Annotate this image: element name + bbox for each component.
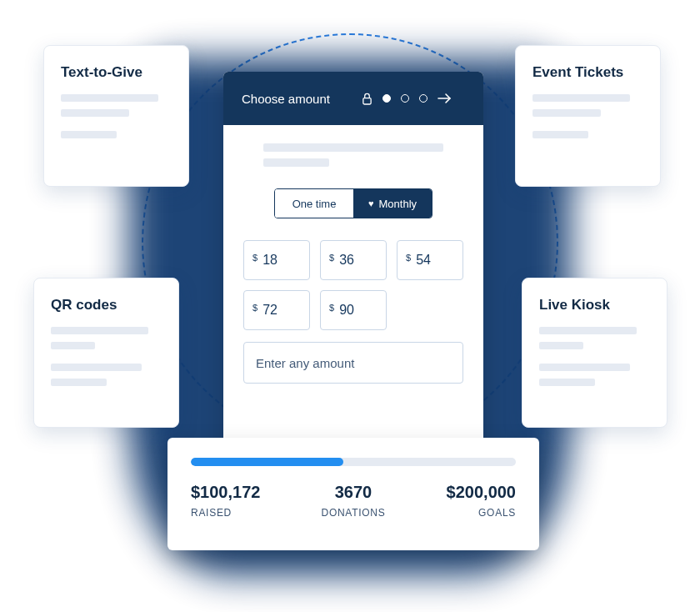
placeholder-line	[539, 327, 637, 334]
placeholder-line	[532, 131, 588, 138]
step-dot-3	[419, 94, 428, 103]
placeholder-line	[263, 143, 443, 152]
amount-value: 36	[339, 253, 354, 268]
amount-option[interactable]: $ 90	[320, 290, 387, 330]
stat-label: GOALS	[447, 507, 516, 519]
amount-value: 90	[339, 303, 354, 318]
placeholder-line	[263, 158, 329, 167]
stat-label: DONATIONS	[322, 507, 386, 519]
feature-card-text-to-give[interactable]: Text-to-Give	[43, 45, 189, 187]
feature-card-title: Live Kiosk	[539, 297, 650, 314]
donation-form-header: Choose amount	[223, 72, 483, 125]
stat-value: $100,172	[191, 483, 260, 502]
amount-option[interactable]: $ 54	[397, 240, 463, 280]
stat-label: RAISED	[191, 507, 260, 519]
stat-goals: $200,000 GOALS	[447, 483, 516, 519]
currency-symbol: $	[252, 253, 258, 263]
arrow-right-icon[interactable]	[438, 93, 452, 104]
frequency-toggle: One time ♥ Monthly	[274, 188, 432, 218]
placeholder-line	[532, 109, 601, 117]
frequency-label: Monthly	[379, 198, 418, 210]
step-dot-2	[401, 94, 409, 103]
amount-option[interactable]: $ 36	[320, 240, 387, 280]
placeholder-line	[51, 364, 142, 371]
placeholder-line	[532, 94, 630, 102]
svg-rect-0	[363, 98, 371, 103]
currency-symbol: $	[329, 303, 334, 313]
amount-option[interactable]: $ 18	[243, 240, 310, 280]
feature-card-event-tickets[interactable]: Event Tickets	[515, 45, 661, 187]
frequency-one-time-button[interactable]: One time	[275, 189, 353, 218]
amount-value: 54	[416, 253, 431, 268]
stat-raised: $100,172 RAISED	[191, 483, 260, 519]
progress-bar	[191, 458, 516, 466]
feature-card-qr-codes[interactable]: QR codes	[33, 278, 179, 428]
heart-icon: ♥	[368, 198, 374, 208]
custom-amount-placeholder: Enter any amount	[256, 356, 354, 370]
custom-amount-input[interactable]: Enter any amount	[243, 342, 463, 384]
placeholder-line	[539, 364, 630, 371]
feature-card-title: QR codes	[51, 297, 162, 314]
stat-donations: 3670 DONATIONS	[322, 483, 386, 519]
frequency-monthly-button[interactable]: ♥ Monthly	[353, 189, 432, 218]
currency-symbol: $	[329, 253, 334, 263]
frequency-label: One time	[292, 198, 337, 210]
feature-card-title: Event Tickets	[532, 64, 643, 81]
campaign-stats-card: $100,172 RAISED 3670 DONATIONS $200,000 …	[168, 438, 539, 550]
feature-card-title: Text-to-Give	[61, 64, 172, 81]
step-dot-1	[382, 94, 391, 103]
progress-fill	[191, 458, 343, 466]
step-title: Choose amount	[242, 92, 330, 106]
stat-value: $200,000	[447, 483, 516, 502]
amount-value: 18	[262, 253, 278, 268]
currency-symbol: $	[406, 253, 411, 263]
feature-card-live-kiosk[interactable]: Live Kiosk	[522, 278, 668, 428]
stat-value: 3670	[322, 483, 386, 502]
amount-option[interactable]: $ 72	[243, 290, 310, 330]
placeholder-line	[539, 342, 583, 349]
donation-form-card: Choose amount	[223, 72, 483, 454]
placeholder-line	[51, 342, 95, 349]
placeholder-line	[51, 327, 148, 334]
placeholder-line	[61, 131, 117, 138]
currency-symbol: $	[252, 303, 258, 313]
lock-icon	[362, 93, 372, 105]
placeholder-line	[51, 379, 107, 386]
preset-amount-grid: $ 18 $ 36 $ 54 $ 72 $ 90	[243, 240, 463, 330]
placeholder-line	[539, 379, 595, 386]
placeholder-line	[61, 94, 158, 102]
amount-value: 72	[262, 303, 278, 318]
placeholder-line	[61, 109, 129, 117]
